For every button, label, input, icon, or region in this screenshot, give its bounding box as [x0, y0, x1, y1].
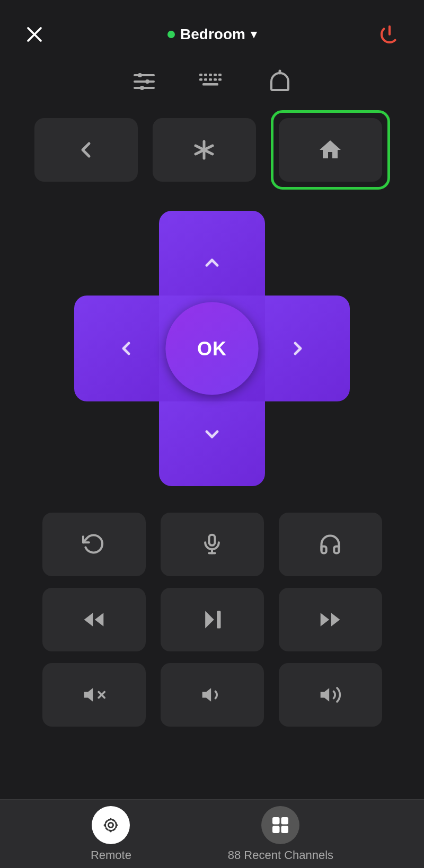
remote-nav-label: Remote: [91, 848, 131, 862]
dpad-right-button[interactable]: [261, 296, 335, 401]
svg-rect-9: [204, 74, 207, 76]
dpad-left-button[interactable]: [89, 296, 163, 401]
rewind-button[interactable]: [42, 588, 146, 651]
close-button[interactable]: [21, 21, 48, 48]
top-buttons-row: [0, 110, 424, 200]
svg-rect-14: [204, 78, 207, 81]
svg-marker-25: [84, 613, 93, 627]
svg-rect-17: [218, 78, 222, 81]
home-toolbar-icon[interactable]: [267, 69, 293, 94]
recent-channels-nav-icon: [261, 806, 299, 844]
svg-rect-11: [214, 74, 217, 76]
svg-marker-34: [202, 688, 211, 702]
svg-marker-31: [84, 688, 93, 702]
svg-rect-15: [209, 78, 212, 81]
home-button-wrapper: [271, 110, 390, 190]
svg-rect-10: [209, 74, 212, 76]
nav-remote[interactable]: Remote: [91, 806, 131, 862]
chevron-down-icon: ▾: [251, 28, 257, 41]
svg-point-5: [138, 73, 142, 77]
power-button[interactable]: [376, 21, 403, 48]
remote-nav-icon: [92, 806, 130, 844]
svg-rect-18: [202, 83, 218, 86]
svg-marker-30: [321, 613, 330, 627]
microphone-button[interactable]: [161, 513, 264, 576]
svg-marker-26: [95, 613, 104, 627]
svg-rect-28: [217, 611, 220, 629]
svg-rect-43: [281, 817, 289, 825]
replay-button[interactable]: [42, 513, 146, 576]
svg-point-6: [145, 79, 149, 84]
dpad-ok-button[interactable]: OK: [166, 302, 259, 395]
media-controls: [0, 497, 424, 742]
dpad-container: OK: [74, 211, 350, 486]
svg-rect-16: [214, 78, 217, 81]
svg-rect-13: [199, 78, 202, 81]
svg-marker-35: [321, 688, 330, 702]
svg-point-37: [105, 819, 117, 830]
toolbar: [0, 58, 424, 110]
header: Bedroom ▾: [0, 0, 424, 58]
svg-point-7: [140, 86, 144, 90]
connection-indicator: [167, 31, 175, 38]
settings-icon[interactable]: [131, 69, 157, 94]
ok-label: OK: [197, 337, 227, 360]
svg-rect-42: [272, 817, 280, 825]
media-row-1: [42, 513, 382, 576]
back-button[interactable]: [34, 118, 138, 182]
svg-marker-27: [205, 611, 214, 629]
svg-point-36: [109, 822, 113, 827]
dpad-down-button[interactable]: [159, 397, 265, 471]
bottom-nav: Remote 88 Recent Channels: [0, 799, 424, 868]
keyboard-icon[interactable]: [199, 69, 225, 94]
svg-marker-29: [331, 613, 340, 627]
volume-up-button[interactable]: [279, 663, 382, 727]
media-row-3: [42, 663, 382, 727]
svg-rect-22: [209, 535, 215, 545]
svg-rect-45: [281, 826, 289, 833]
recent-channels-nav-label: 88 Recent Channels: [228, 848, 333, 862]
headphones-button[interactable]: [279, 513, 382, 576]
device-info[interactable]: Bedroom ▾: [167, 26, 257, 43]
media-row-2: [42, 588, 382, 651]
device-name: Bedroom: [180, 26, 245, 43]
home-button[interactable]: [279, 118, 382, 182]
volume-down-button[interactable]: [161, 663, 264, 727]
nav-recent-channels[interactable]: 88 Recent Channels: [228, 806, 333, 862]
asterisk-button[interactable]: [153, 118, 256, 182]
mute-button[interactable]: [42, 663, 146, 727]
svg-rect-44: [272, 826, 280, 833]
svg-rect-12: [218, 74, 222, 76]
dpad-up-button[interactable]: [159, 226, 265, 300]
play-pause-button[interactable]: [161, 588, 264, 651]
svg-rect-8: [199, 74, 202, 76]
dpad: OK: [74, 211, 350, 486]
fast-forward-button[interactable]: [279, 588, 382, 651]
